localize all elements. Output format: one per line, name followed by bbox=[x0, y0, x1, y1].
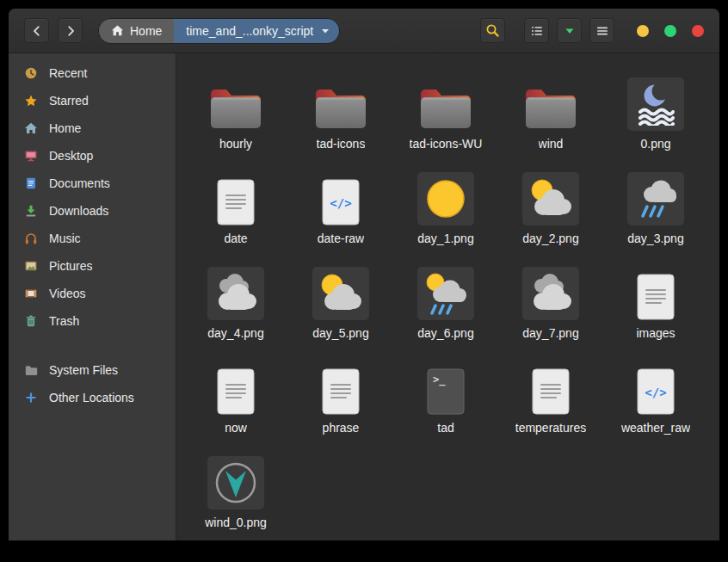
sun-icon bbox=[417, 167, 474, 225]
sidebar-item-label: Starred bbox=[49, 94, 89, 108]
downloads-icon bbox=[24, 204, 38, 218]
menu-button[interactable] bbox=[589, 18, 614, 43]
file-item[interactable]: images bbox=[603, 262, 708, 356]
file-name: images bbox=[636, 326, 675, 340]
sidebar: RecentStarredHomeDesktopDocumentsDownloa… bbox=[9, 53, 176, 540]
sidebar-item-videos[interactable]: Videos bbox=[9, 280, 176, 307]
text-file-icon bbox=[637, 262, 675, 320]
sidebar-item-other-locations[interactable]: Other Locations bbox=[9, 384, 176, 411]
recent-icon bbox=[24, 66, 38, 80]
file-name: 0.png bbox=[640, 137, 670, 151]
close-button[interactable] bbox=[692, 25, 704, 37]
svg-text:</>: </> bbox=[645, 386, 666, 399]
file-name: day_1.png bbox=[417, 232, 473, 245]
sidebar-item-pictures[interactable]: Pictures bbox=[9, 252, 176, 280]
file-item[interactable]: day_7.png bbox=[498, 262, 603, 356]
file-name: tad-icons bbox=[317, 137, 366, 151]
list-view-button[interactable] bbox=[524, 18, 549, 43]
folder-icon bbox=[313, 72, 368, 131]
file-item[interactable]: day_6.png bbox=[393, 262, 498, 356]
sidebar-item-starred[interactable]: Starred bbox=[9, 87, 176, 114]
search-button[interactable] bbox=[480, 18, 505, 43]
music-icon bbox=[24, 232, 38, 245]
script-file-icon: >_ bbox=[427, 356, 465, 415]
sidebar-item-recent[interactable]: Recent bbox=[9, 59, 176, 87]
folder-icon bbox=[418, 72, 473, 131]
code-file-icon: </> bbox=[322, 167, 360, 225]
sidebar-item-system-files[interactable]: System Files bbox=[9, 356, 176, 384]
sidebar-item-home[interactable]: Home bbox=[9, 114, 176, 142]
clouds-icon bbox=[522, 262, 579, 320]
minimize-button[interactable] bbox=[637, 25, 649, 37]
file-item[interactable]: temperatures bbox=[498, 356, 603, 451]
file-name: day_7.png bbox=[522, 326, 578, 340]
file-item[interactable]: </>weather_raw bbox=[603, 356, 708, 451]
file-item[interactable]: now bbox=[183, 356, 288, 451]
file-name: temperatures bbox=[515, 421, 586, 435]
view-options-button[interactable] bbox=[557, 18, 582, 43]
sidebar-item-label: Desktop bbox=[49, 149, 93, 163]
file-item[interactable]: wind bbox=[498, 72, 603, 167]
file-name: weather_raw bbox=[621, 421, 690, 435]
sidebar-item-desktop[interactable]: Desktop bbox=[9, 142, 176, 170]
file-item[interactable]: day_2.png bbox=[498, 167, 603, 262]
sidebar-item-downloads[interactable]: Downloads bbox=[9, 197, 176, 225]
file-item[interactable]: hourly bbox=[183, 72, 288, 167]
file-item[interactable]: </>date-raw bbox=[288, 167, 393, 262]
file-item[interactable]: date bbox=[183, 167, 288, 262]
text-file-icon bbox=[217, 167, 255, 225]
chevron-right-icon bbox=[64, 24, 77, 38]
folder-icon bbox=[523, 72, 578, 131]
file-item[interactable]: tad-icons bbox=[288, 72, 393, 167]
file-item[interactable]: phrase bbox=[288, 356, 393, 451]
sidebar-item-documents[interactable]: Documents bbox=[9, 170, 176, 197]
file-item[interactable]: tad-icons-WU bbox=[393, 72, 498, 167]
maximize-button[interactable] bbox=[664, 25, 676, 37]
file-item[interactable]: >_tad bbox=[393, 356, 498, 451]
file-item[interactable]: 0.png bbox=[603, 72, 708, 167]
documents-icon bbox=[24, 176, 38, 190]
file-name: tad-icons-WU bbox=[410, 137, 483, 151]
file-name: phrase bbox=[323, 421, 360, 435]
nav-buttons bbox=[24, 18, 83, 43]
moon-fog-icon bbox=[627, 72, 684, 131]
back-button[interactable] bbox=[24, 18, 49, 43]
file-name: wind bbox=[539, 137, 564, 151]
file-item[interactable]: day_4.png bbox=[183, 262, 288, 356]
breadcrumb-home-button[interactable]: Home bbox=[99, 19, 174, 43]
sun-cloud-icon bbox=[312, 262, 369, 320]
text-file-icon bbox=[217, 356, 255, 415]
sun-cloud-icon bbox=[522, 167, 579, 225]
file-item[interactable]: wind_0.png bbox=[183, 451, 288, 540]
chevron-left-icon bbox=[30, 24, 44, 38]
sidebar-item-label: Other Locations bbox=[49, 391, 134, 405]
clouds-icon bbox=[207, 262, 264, 320]
sidebar-item-label: Home bbox=[49, 121, 81, 135]
file-item[interactable]: day_1.png bbox=[393, 167, 498, 262]
svg-text:>_: >_ bbox=[433, 374, 446, 386]
file-name: now bbox=[225, 421, 247, 435]
sidebar-item-label: System Files bbox=[49, 363, 118, 377]
window-body: RecentStarredHomeDesktopDocumentsDownloa… bbox=[9, 53, 719, 540]
file-name: day_2.png bbox=[522, 232, 578, 245]
file-item[interactable]: day_3.png bbox=[603, 167, 708, 262]
file-name: wind_0.png bbox=[205, 516, 267, 529]
sun-rain-icon bbox=[417, 262, 474, 320]
file-name: tad bbox=[437, 421, 453, 435]
rain-cloud-icon bbox=[627, 167, 684, 225]
code-file-icon: </> bbox=[637, 356, 675, 415]
sidebar-item-label: Music bbox=[49, 232, 81, 245]
home-icon bbox=[24, 121, 38, 135]
file-item[interactable]: day_5.png bbox=[288, 262, 393, 356]
sidebar-item-trash[interactable]: Trash bbox=[9, 307, 176, 335]
file-name: date-raw bbox=[318, 232, 364, 245]
forward-button[interactable] bbox=[58, 18, 83, 43]
sidebar-item-music[interactable]: Music bbox=[9, 225, 176, 252]
breadcrumb-current-button[interactable]: time_and_...onky_script bbox=[174, 19, 339, 43]
other-locations-icon bbox=[24, 391, 38, 405]
folder-icon bbox=[208, 72, 263, 131]
header-bar: Home time_and_...onky_script bbox=[9, 9, 719, 53]
header-actions bbox=[480, 18, 614, 43]
desktop-icon bbox=[24, 149, 38, 163]
sidebar-item-label: Pictures bbox=[49, 259, 93, 273]
